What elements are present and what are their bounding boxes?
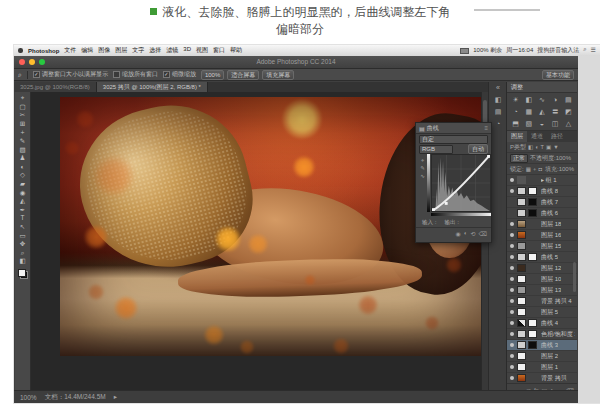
filter-icon[interactable]: ◐ [535,144,538,150]
tool-icon[interactable]: ◉ [15,189,30,198]
adjustment-icon[interactable]: ▤ [562,94,575,106]
visibility-toggle-icon[interactable] [510,343,514,347]
status-item[interactable]: 100% 剩余 [473,46,502,55]
auto-button[interactable]: 自动 [468,144,488,154]
color-swatches[interactable] [18,269,28,279]
menu-item[interactable]: 图层 [115,46,127,55]
zoom-tool-icon[interactable]: ⌕ [18,71,22,79]
status-item[interactable]: 周一16:04 [506,46,533,55]
layer-thumbnail[interactable] [517,330,539,338]
tool-icon[interactable]: ◧ [15,257,30,266]
layer-thumbnail[interactable] [517,352,539,360]
status-item[interactable]: ⌕ [583,46,586,55]
menu-item[interactable]: 视图 [196,46,208,55]
layer-row[interactable]: 背景 拷贝 [507,373,577,383]
status-arrow-icon[interactable]: ▸ [114,393,117,401]
layer-thumbnail[interactable] [517,374,539,382]
layer-thumbnail[interactable] [517,198,539,206]
curves-tool-icon[interactable]: ⌖ [421,156,424,164]
curves-plot[interactable] [431,154,491,212]
adjustment-icon[interactable]: ☀ [509,94,522,106]
layer-row[interactable]: 曲线 3 [507,340,577,351]
collapsed-panel-icon[interactable]: « [489,82,507,94]
status-item[interactable]: ☰ [591,46,596,55]
adjustment-icon[interactable]: ◭ [535,106,548,118]
lock-icon[interactable]: ▦ [526,166,531,173]
window-title-bar[interactable]: Adobe Photoshop CC 2014 [14,56,578,69]
layer-row[interactable]: 图层 10 [507,274,577,285]
layer-row[interactable]: 图层 5 [507,307,577,318]
filter-icon[interactable]: T [541,144,544,150]
blend-mode-select[interactable]: 正常 [510,154,528,163]
visibility-toggle-icon[interactable] [510,255,514,259]
layer-row[interactable]: 图层 1 [507,362,577,373]
visibility-toggle-icon[interactable] [510,189,514,193]
layer-row[interactable]: 曲线 8 [507,186,577,197]
layer-row[interactable]: ▸ 组 1 [507,175,577,186]
zoom-level[interactable]: 100% [20,394,37,401]
adjustments-panel-title[interactable]: 调整 [507,82,577,93]
visibility-toggle-icon[interactable] [510,244,514,248]
visibility-toggle-icon[interactable] [510,310,514,314]
tool-icon[interactable]: ◇ [15,171,30,180]
layer-row[interactable]: 图层 13 [507,285,577,296]
layer-row[interactable]: 曲线 7 [507,197,577,208]
visibility-toggle-icon[interactable] [510,354,514,358]
workspace-switcher[interactable]: 基本功能 [542,70,574,80]
adjustment-icon[interactable]: ◩ [562,106,575,118]
option-button[interactable]: 填充屏幕 [262,70,294,80]
app-menu-photoshop[interactable]: Photoshop [28,48,59,54]
option-button[interactable]: 100% [201,70,224,80]
layer-thumbnail[interactable] [517,363,539,371]
menu-item[interactable]: 文字 [132,46,144,55]
visibility-toggle-icon[interactable] [510,376,514,380]
layer-thumbnail[interactable] [517,286,539,294]
filter-icon[interactable]: ◧ [528,144,533,150]
layer-row[interactable]: 色相/饱和度 1 [507,329,577,340]
tool-icon[interactable]: ⊞ [15,120,30,129]
adjustment-icon[interactable]: ◫ [549,118,562,130]
channel-select[interactable]: RGB [419,145,453,154]
menu-item[interactable]: 选择 [149,46,161,55]
tool-icon[interactable]: ◐ [15,163,30,172]
foreground-color-swatch[interactable] [18,269,26,277]
filter-icon[interactable]: ▼ [553,144,558,150]
opacity-field[interactable]: 不透明度:100% [530,154,571,163]
tool-icon[interactable]: ◭ [15,197,30,206]
layer-row[interactable]: 图层 18 [507,219,577,230]
visibility-toggle-icon[interactable] [510,222,514,226]
lock-icon[interactable]: ＋ [532,166,538,173]
visibility-toggle-icon[interactable] [510,277,514,281]
checkbox-icon[interactable] [33,71,40,78]
option-button[interactable]: 适合屏幕 [227,70,259,80]
layer-thumbnail[interactable] [517,220,539,228]
tool-icon[interactable]: ✎ [15,137,30,146]
menu-item[interactable]: 编辑 [81,46,93,55]
preset-select[interactable]: 自定 [419,135,488,144]
layer-thumbnail[interactable] [517,176,539,184]
tool-icon[interactable]: T [15,214,30,223]
layer-thumbnail[interactable] [517,264,539,272]
menu-item[interactable]: 帮助 [230,46,242,55]
adjustment-icon[interactable]: ◔ [509,106,522,118]
layer-row[interactable]: 曲线 4 [507,318,577,329]
menu-item[interactable]: 文件 [64,46,76,55]
layer-thumbnail[interactable] [517,297,539,305]
curves-footer-icon[interactable]: ◉ [456,230,461,237]
layer-row[interactable]: 图层 16 [507,230,577,241]
menu-item[interactable]: 窗口 [213,46,225,55]
layer-row[interactable]: 图层 15 [507,241,577,252]
fill-field[interactable]: 填充:100% [545,165,574,174]
adjustment-icon[interactable]: ▧ [522,118,535,130]
visibility-toggle-icon[interactable] [510,266,514,270]
tool-icon[interactable]: ⌖ [15,94,30,103]
layer-thumbnail[interactable] [517,242,539,250]
menu-item[interactable]: 3D [183,46,191,55]
option-checkbox[interactable]: 缩放所有窗口 [113,70,158,79]
curves-footer-icon[interactable]: ⟲ [470,230,475,237]
tool-icon[interactable]: ✒ [15,206,30,215]
visibility-toggle-icon[interactable] [510,365,514,369]
curves-footer-icon[interactable]: ⌫ [479,230,487,237]
filter-icon[interactable]: ▣ [546,144,551,150]
tool-icon[interactable]: ✂ [15,111,30,120]
